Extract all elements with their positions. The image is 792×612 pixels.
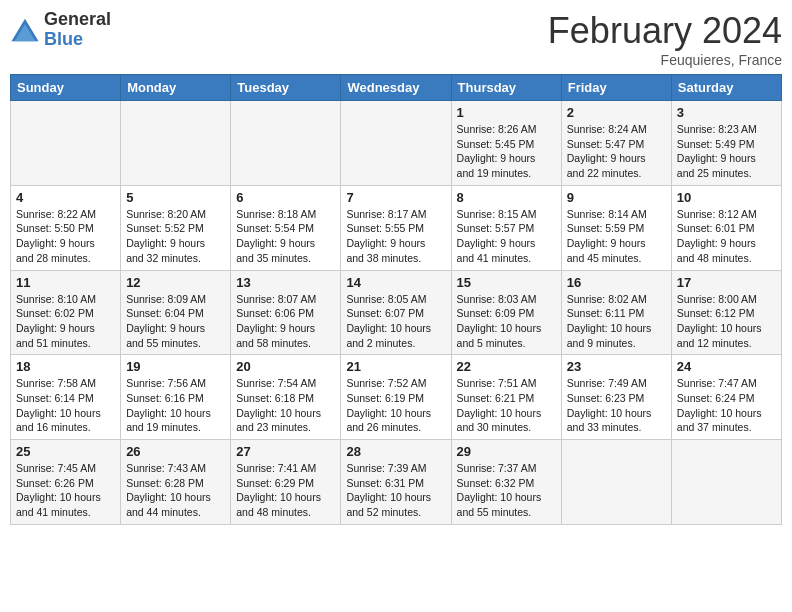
day-info: Sunrise: 8:24 AMSunset: 5:47 PMDaylight:… [567, 122, 666, 181]
day-number: 24 [677, 359, 776, 374]
day-info-line: Daylight: 9 hours and 25 minutes. [677, 152, 756, 179]
day-info: Sunrise: 8:02 AMSunset: 6:11 PMDaylight:… [567, 292, 666, 351]
calendar-cell: 22Sunrise: 7:51 AMSunset: 6:21 PMDayligh… [451, 355, 561, 440]
day-number: 19 [126, 359, 225, 374]
day-info: Sunrise: 7:52 AMSunset: 6:19 PMDaylight:… [346, 376, 445, 435]
day-info: Sunrise: 7:54 AMSunset: 6:18 PMDaylight:… [236, 376, 335, 435]
header: General Blue February 2024 Feuquieres, F… [10, 10, 782, 68]
header-thursday: Thursday [451, 75, 561, 101]
day-info-line: Sunset: 5:59 PM [567, 222, 645, 234]
day-number: 21 [346, 359, 445, 374]
day-info-line: Sunset: 6:09 PM [457, 307, 535, 319]
calendar-cell [11, 101, 121, 186]
day-info-line: Daylight: 10 hours and 48 minutes. [236, 491, 321, 518]
day-info-line: Daylight: 10 hours and 5 minutes. [457, 322, 542, 349]
day-info: Sunrise: 7:39 AMSunset: 6:31 PMDaylight:… [346, 461, 445, 520]
day-info-line: Sunrise: 8:23 AM [677, 123, 757, 135]
day-info: Sunrise: 8:00 AMSunset: 6:12 PMDaylight:… [677, 292, 776, 351]
logo-icon [10, 15, 40, 45]
calendar-cell: 3Sunrise: 8:23 AMSunset: 5:49 PMDaylight… [671, 101, 781, 186]
calendar-cell: 24Sunrise: 7:47 AMSunset: 6:24 PMDayligh… [671, 355, 781, 440]
day-info-line: Sunrise: 7:58 AM [16, 377, 96, 389]
day-info-line: Sunset: 5:57 PM [457, 222, 535, 234]
calendar-body: 1Sunrise: 8:26 AMSunset: 5:45 PMDaylight… [11, 101, 782, 525]
day-info: Sunrise: 8:23 AMSunset: 5:49 PMDaylight:… [677, 122, 776, 181]
day-info-line: Sunset: 6:07 PM [346, 307, 424, 319]
day-number: 5 [126, 190, 225, 205]
day-info-line: Sunset: 6:21 PM [457, 392, 535, 404]
day-info-line: Sunrise: 7:39 AM [346, 462, 426, 474]
calendar-cell: 15Sunrise: 8:03 AMSunset: 6:09 PMDayligh… [451, 270, 561, 355]
day-info: Sunrise: 8:14 AMSunset: 5:59 PMDaylight:… [567, 207, 666, 266]
day-info-line: Sunset: 6:14 PM [16, 392, 94, 404]
day-info-line: Sunrise: 8:03 AM [457, 293, 537, 305]
day-info-line: Daylight: 9 hours and 38 minutes. [346, 237, 425, 264]
location-subtitle: Feuquieres, France [548, 52, 782, 68]
day-number: 25 [16, 444, 115, 459]
calendar-cell: 10Sunrise: 8:12 AMSunset: 6:01 PMDayligh… [671, 185, 781, 270]
calendar-table: Sunday Monday Tuesday Wednesday Thursday… [10, 74, 782, 525]
day-info: Sunrise: 7:37 AMSunset: 6:32 PMDaylight:… [457, 461, 556, 520]
calendar-week-row: 1Sunrise: 8:26 AMSunset: 5:45 PMDaylight… [11, 101, 782, 186]
day-info: Sunrise: 7:41 AMSunset: 6:29 PMDaylight:… [236, 461, 335, 520]
calendar-cell: 25Sunrise: 7:45 AMSunset: 6:26 PMDayligh… [11, 440, 121, 525]
day-info-line: Sunrise: 8:26 AM [457, 123, 537, 135]
day-info-line: Sunset: 6:16 PM [126, 392, 204, 404]
calendar-cell [341, 101, 451, 186]
calendar-cell: 13Sunrise: 8:07 AMSunset: 6:06 PMDayligh… [231, 270, 341, 355]
day-info-line: Sunset: 6:01 PM [677, 222, 755, 234]
calendar-cell: 17Sunrise: 8:00 AMSunset: 6:12 PMDayligh… [671, 270, 781, 355]
day-number: 2 [567, 105, 666, 120]
day-number: 17 [677, 275, 776, 290]
day-number: 9 [567, 190, 666, 205]
day-info: Sunrise: 8:10 AMSunset: 6:02 PMDaylight:… [16, 292, 115, 351]
day-info: Sunrise: 7:45 AMSunset: 6:26 PMDaylight:… [16, 461, 115, 520]
day-info-line: Daylight: 9 hours and 48 minutes. [677, 237, 756, 264]
day-info-line: Sunrise: 8:14 AM [567, 208, 647, 220]
day-info-line: Daylight: 9 hours and 28 minutes. [16, 237, 95, 264]
day-info-line: Daylight: 10 hours and 33 minutes. [567, 407, 652, 434]
calendar-header: Sunday Monday Tuesday Wednesday Thursday… [11, 75, 782, 101]
day-info-line: Sunrise: 8:20 AM [126, 208, 206, 220]
day-info-line: Daylight: 9 hours and 51 minutes. [16, 322, 95, 349]
day-info: Sunrise: 8:18 AMSunset: 5:54 PMDaylight:… [236, 207, 335, 266]
day-info-line: Sunrise: 8:02 AM [567, 293, 647, 305]
day-info: Sunrise: 8:07 AMSunset: 6:06 PMDaylight:… [236, 292, 335, 351]
header-sunday: Sunday [11, 75, 121, 101]
day-number: 15 [457, 275, 556, 290]
day-info-line: Daylight: 9 hours and 35 minutes. [236, 237, 315, 264]
month-year-title: February 2024 [548, 10, 782, 52]
day-number: 10 [677, 190, 776, 205]
calendar-week-row: 25Sunrise: 7:45 AMSunset: 6:26 PMDayligh… [11, 440, 782, 525]
day-number: 4 [16, 190, 115, 205]
calendar-cell: 7Sunrise: 8:17 AMSunset: 5:55 PMDaylight… [341, 185, 451, 270]
calendar-cell: 8Sunrise: 8:15 AMSunset: 5:57 PMDaylight… [451, 185, 561, 270]
day-info-line: Sunrise: 8:22 AM [16, 208, 96, 220]
day-info-line: Sunrise: 8:09 AM [126, 293, 206, 305]
day-info-line: Sunset: 6:19 PM [346, 392, 424, 404]
day-info-line: Sunset: 6:12 PM [677, 307, 755, 319]
day-number: 18 [16, 359, 115, 374]
logo-blue-text: Blue [44, 30, 111, 50]
day-info-line: Daylight: 10 hours and 12 minutes. [677, 322, 762, 349]
calendar-cell: 1Sunrise: 8:26 AMSunset: 5:45 PMDaylight… [451, 101, 561, 186]
day-info-line: Sunset: 6:31 PM [346, 477, 424, 489]
calendar-cell: 19Sunrise: 7:56 AMSunset: 6:16 PMDayligh… [121, 355, 231, 440]
day-info-line: Sunset: 6:06 PM [236, 307, 314, 319]
day-info-line: Sunset: 5:52 PM [126, 222, 204, 234]
header-wednesday: Wednesday [341, 75, 451, 101]
day-number: 13 [236, 275, 335, 290]
day-info-line: Daylight: 9 hours and 22 minutes. [567, 152, 646, 179]
day-number: 28 [346, 444, 445, 459]
day-number: 26 [126, 444, 225, 459]
calendar-cell: 16Sunrise: 8:02 AMSunset: 6:11 PMDayligh… [561, 270, 671, 355]
day-number: 8 [457, 190, 556, 205]
day-number: 12 [126, 275, 225, 290]
day-info: Sunrise: 7:51 AMSunset: 6:21 PMDaylight:… [457, 376, 556, 435]
day-number: 29 [457, 444, 556, 459]
calendar-cell: 27Sunrise: 7:41 AMSunset: 6:29 PMDayligh… [231, 440, 341, 525]
day-info: Sunrise: 7:47 AMSunset: 6:24 PMDaylight:… [677, 376, 776, 435]
day-info-line: Daylight: 9 hours and 58 minutes. [236, 322, 315, 349]
day-info-line: Sunrise: 7:52 AM [346, 377, 426, 389]
day-info-line: Daylight: 10 hours and 2 minutes. [346, 322, 431, 349]
